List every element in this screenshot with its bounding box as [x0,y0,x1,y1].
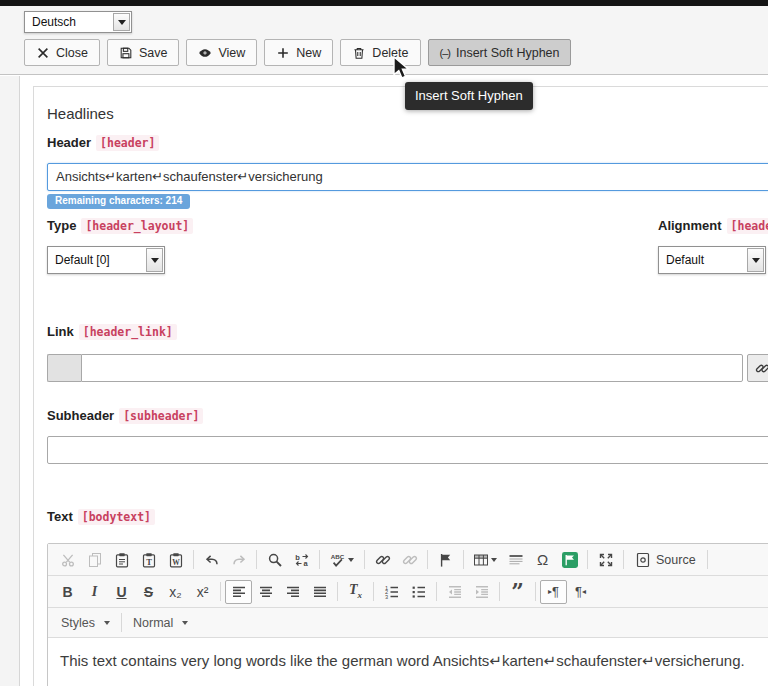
superscript-icon: x² [197,585,209,599]
link-input-group [47,354,768,382]
insert-soft-hyphen-label: Insert Soft Hyphen [456,46,560,60]
subscript-icon: x₂ [169,585,181,599]
blockquote-button[interactable]: ” [504,580,531,604]
redo-arrow-icon [231,552,247,568]
align-right-icon [285,584,301,600]
anchor-button[interactable] [432,548,459,572]
remove-format-button[interactable]: Tx [342,580,369,604]
styles-dropdown[interactable]: Styles [54,611,117,635]
clipboard-text-icon [141,552,157,568]
chevron-down-icon [104,621,110,625]
bold-button[interactable]: B [54,580,81,604]
type-select-arrow[interactable] [146,248,163,272]
pilcrow-icon: ¶ [552,585,559,598]
indent-button[interactable] [468,580,495,604]
toolbar-separator [707,550,708,569]
horizontal-rule-icon [508,552,524,568]
scissors-icon [60,552,76,568]
strikethrough-icon: S [144,585,153,599]
type-select[interactable]: Default [0] [47,246,165,274]
alignment-label-text: Alignment [658,218,722,233]
soft-hyphen-icon: (–) [440,47,450,59]
align-left-button[interactable] [225,580,252,604]
header-input[interactable]: Ansichts↵karten↵schaufenster↵versicherun… [47,163,768,191]
special-character-button[interactable]: Ω [529,548,556,572]
paste-button[interactable] [108,548,135,572]
spellcheck-button[interactable] [324,548,360,572]
link-browser-button[interactable] [747,354,768,382]
source-button[interactable]: Source [628,548,703,572]
format-dropdown-label: Normal [133,616,173,630]
alignment-select[interactable]: Default [658,246,766,274]
omega-icon: Ω [537,552,548,567]
toolbar-separator [121,613,122,632]
maximize-icon [598,552,614,568]
language-select[interactable]: Deutsch [24,11,132,33]
align-center-button[interactable] [252,580,279,604]
outdent-icon [447,584,463,600]
save-icon [119,46,133,60]
replace-button[interactable] [288,548,315,572]
subheader-input[interactable] [47,436,768,464]
editor-content[interactable]: This text contains very long words like … [48,638,768,686]
language-select-arrow[interactable] [113,13,130,31]
undo-arrow-icon [204,552,220,568]
link-input[interactable] [81,354,743,382]
chevron-down-icon [151,258,159,263]
format-dropdown[interactable]: Normal [126,611,195,635]
insert-soft-hyphen-button[interactable]: (–) Insert Soft Hyphen [428,39,572,66]
chain-link-icon [375,552,391,568]
horizontal-rule-button[interactable] [502,548,529,572]
view-button-label: View [218,46,245,60]
insert-link-button[interactable] [369,548,396,572]
undo-button[interactable] [198,548,225,572]
soft-hyphen-flag-button[interactable] [556,548,583,572]
bidi-ltr-button[interactable]: ▸¶ [540,580,567,604]
header-label-text: Header [47,135,91,150]
italic-button[interactable]: I [81,580,108,604]
underline-button[interactable]: U [108,580,135,604]
superscript-button[interactable]: x² [189,580,216,604]
toolbar-separator [436,582,437,601]
insert-table-button[interactable] [468,548,502,572]
type-label-text: Type [47,218,76,233]
bidi-rtl-button[interactable]: ¶◂ [567,580,594,604]
paste-as-text-button[interactable] [135,548,162,572]
toolbar-separator [256,550,257,569]
align-center-icon [258,584,274,600]
toolbar-separator [535,582,536,601]
new-button[interactable]: New [264,39,333,66]
clipboard-word-icon [168,552,184,568]
align-right-button[interactable] [279,580,306,604]
alignment-select-arrow[interactable] [747,248,764,272]
numbered-list-button[interactable] [378,580,405,604]
justify-button[interactable] [306,580,333,604]
link-addon-button[interactable] [47,354,81,382]
bodytext-label-text: Text [47,509,73,524]
subscript-button[interactable]: x₂ [162,580,189,604]
underline-icon: U [116,585,126,599]
toolbar-separator [427,550,428,569]
view-button[interactable]: View [186,39,257,66]
outdent-button[interactable] [441,580,468,604]
table-icon [473,552,489,568]
redo-button[interactable] [225,548,252,572]
bullet-list-button[interactable] [405,580,432,604]
toolbar-separator [220,582,221,601]
save-button[interactable]: Save [107,39,180,66]
copy-button[interactable] [81,548,108,572]
cut-button[interactable] [54,548,81,572]
find-button[interactable] [261,548,288,572]
maximize-button[interactable] [592,548,619,572]
language-select-value: Deutsch [25,15,113,29]
toolbar-separator [587,550,588,569]
clipboard-icon [114,552,130,568]
chevron-down-icon [118,20,126,25]
alignment-field-label: Alignment[header_position] [658,218,768,234]
strikethrough-button[interactable]: S [135,580,162,604]
unlink-button[interactable] [396,548,423,572]
close-button[interactable]: Close [24,39,100,66]
chevron-down-icon [348,558,354,562]
paste-from-word-button[interactable] [162,548,189,572]
bodytext-field-label: Text[bodytext] [47,509,768,525]
